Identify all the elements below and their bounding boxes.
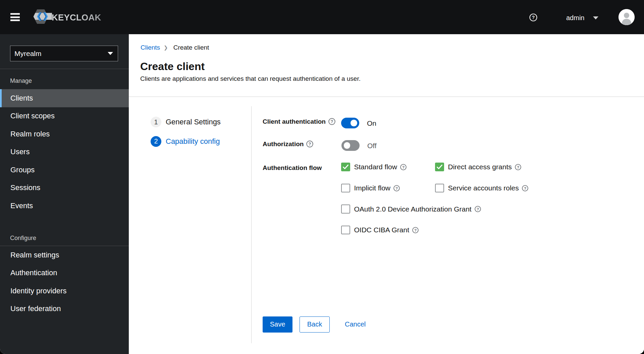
svg-text:?: ? <box>330 119 333 124</box>
svg-text:?: ? <box>532 15 535 20</box>
svg-text:?: ? <box>309 141 311 146</box>
svg-text:?: ? <box>517 165 519 169</box>
svg-text:?: ? <box>395 186 398 190</box>
svg-text:?: ? <box>524 186 526 190</box>
svg-text:?: ? <box>477 207 479 211</box>
svg-text:?: ? <box>402 165 405 169</box>
svg-text:?: ? <box>414 228 417 232</box>
